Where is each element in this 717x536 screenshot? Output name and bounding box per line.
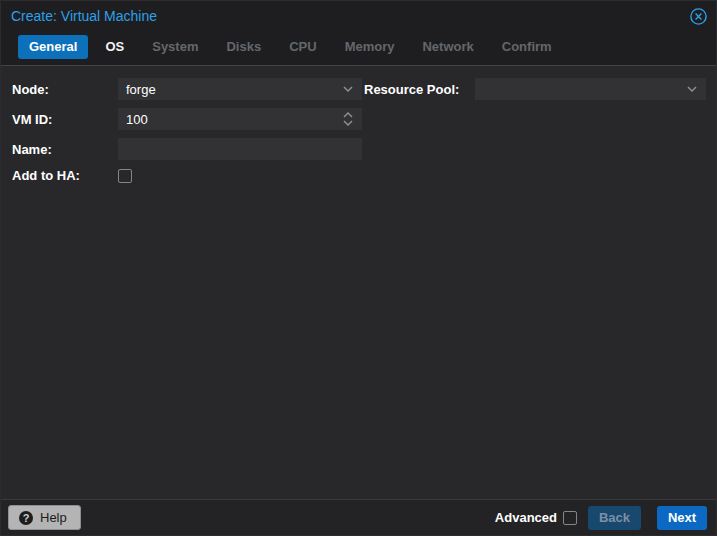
- dialog-footer: ? Help Advanced Back Next: [1, 499, 716, 535]
- chevron-down-icon[interactable]: [340, 78, 356, 100]
- advanced-checkbox[interactable]: [563, 511, 577, 525]
- vmid-row: VM ID: 100: [11, 108, 362, 130]
- form-left-column: Node: forge VM ID: 100: [11, 78, 362, 191]
- name-field-wrap: [118, 138, 362, 160]
- next-button[interactable]: Next: [657, 506, 707, 530]
- help-button[interactable]: ? Help: [8, 505, 81, 530]
- node-value: forge: [126, 82, 340, 97]
- footer-right-group: Advanced Back Next: [495, 506, 707, 530]
- spinner-up-down-icons[interactable]: [340, 108, 356, 130]
- name-row: Name:: [11, 138, 362, 160]
- vmid-spinner[interactable]: 100: [118, 108, 362, 130]
- advanced-label: Advanced: [495, 510, 557, 525]
- tab-network: Network: [411, 35, 484, 59]
- close-icon[interactable]: [690, 8, 707, 25]
- help-button-label: Help: [40, 510, 67, 525]
- tab-memory: Memory: [334, 35, 406, 59]
- tab-system: System: [141, 35, 209, 59]
- node-row: Node: forge: [11, 78, 362, 100]
- vmid-value: 100: [126, 112, 340, 127]
- tab-os[interactable]: OS: [94, 35, 135, 59]
- chevron-down-icon[interactable]: [684, 78, 700, 100]
- tab-confirm: Confirm: [491, 35, 563, 59]
- vmid-label: VM ID:: [11, 112, 118, 127]
- general-form: Node: forge VM ID: 100: [1, 66, 716, 499]
- add-to-ha-row: Add to HA:: [11, 168, 362, 183]
- tab-cpu: CPU: [278, 35, 327, 59]
- add-to-ha-label: Add to HA:: [11, 168, 118, 183]
- wizard-tabbar: General OS System Disks CPU Memory Netwo…: [1, 31, 716, 66]
- add-to-ha-checkbox[interactable]: [118, 169, 132, 183]
- form-right-column: Resource Pool:: [362, 78, 706, 108]
- node-label: Node:: [11, 82, 118, 97]
- resource-pool-label: Resource Pool:: [362, 82, 475, 97]
- tab-general[interactable]: General: [18, 35, 88, 59]
- dialog-titlebar: Create: Virtual Machine: [1, 1, 716, 31]
- create-vm-dialog: Create: Virtual Machine General OS Syste…: [0, 0, 717, 536]
- back-button: Back: [588, 506, 641, 530]
- resource-pool-row: Resource Pool:: [362, 78, 706, 100]
- name-label: Name:: [11, 142, 118, 157]
- resource-pool-combobox[interactable]: [475, 78, 706, 100]
- tab-disks: Disks: [215, 35, 272, 59]
- node-combobox[interactable]: forge: [118, 78, 362, 100]
- name-input[interactable]: [126, 138, 356, 160]
- question-circle-icon: ?: [19, 511, 33, 525]
- dialog-title: Create: Virtual Machine: [11, 8, 157, 24]
